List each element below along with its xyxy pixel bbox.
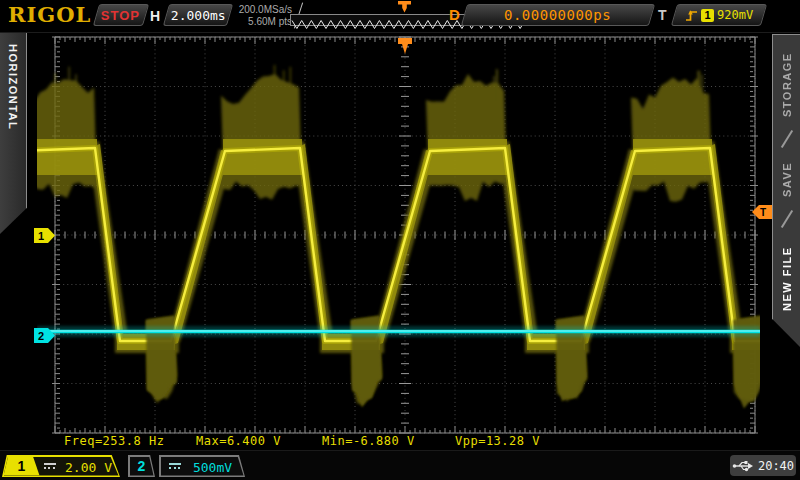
channel2-coupling-icon	[169, 463, 181, 469]
trigger-position-marker[interactable]	[398, 38, 412, 54]
channel-status-bar: 1 2.00 V 2 500mV 20:40	[0, 450, 800, 480]
top-status-bar: RIGOL STOP H 2.000ms 200.0MSa/s 5.60M pt…	[0, 0, 800, 33]
channel1-scale: 2.00 V	[60, 459, 118, 476]
measure-min: Min=-6.880 V	[322, 434, 415, 448]
usb-icon	[732, 460, 755, 472]
trigger-level-value: 920mV	[717, 8, 753, 22]
trigger-label: T	[658, 7, 667, 23]
horizontal-label: H	[150, 8, 160, 24]
delay-chip[interactable]: 0.00000000ps	[461, 4, 655, 26]
channel2-badge-label: 2	[130, 457, 154, 476]
menu-divider	[780, 130, 792, 148]
brand-logo: RIGOL	[8, 2, 91, 27]
tab-horizontal-label: HORIZONTAL	[7, 44, 19, 130]
timebase-chip[interactable]: 2.000ms	[163, 4, 233, 26]
measure-max: Max=6.400 V	[196, 434, 281, 448]
sample-rate: 200.0MSa/s	[226, 4, 292, 16]
acquisition-info: 200.0MSa/s 5.60M pts	[226, 4, 292, 28]
oscilloscope-screen: 12T RIGOL STOP H 2.000ms 200.0MSa/s 5.60…	[0, 0, 800, 480]
svg-text:2: 2	[38, 330, 44, 342]
channel1-badge: 1	[4, 457, 40, 476]
menu-item-new-file[interactable]: NEW FILE	[781, 227, 793, 331]
delay-label: D	[449, 6, 460, 23]
ch2-trace	[37, 326, 760, 337]
ch1-zero-marker[interactable]: 1	[34, 228, 55, 243]
delay-value: 0.00000000ps	[504, 7, 611, 23]
channel1-status-chip[interactable]: 1 2.00 V	[2, 455, 120, 477]
measurement-row: Freq=253.8 Hz Max=6.400 V Min=-6.880 V V…	[0, 433, 800, 449]
channel1-coupling-icon	[44, 463, 56, 469]
measure-freq: Freq=253.8 Hz	[64, 434, 164, 448]
run-state-indicator[interactable]: STOP	[93, 4, 149, 26]
timebase-value: 2.000ms	[171, 8, 226, 23]
run-state-label: STOP	[101, 8, 140, 23]
svg-text:1: 1	[38, 230, 44, 242]
tab-horizontal[interactable]: HORIZONTAL	[0, 32, 27, 234]
channel1-chip-body: 1 2.00 V	[4, 457, 119, 476]
waveform-display: 12T	[0, 0, 800, 480]
trigger-source-badge: 1	[701, 9, 714, 22]
clock: 20:40	[758, 459, 794, 473]
memory-depth: 5.60M pts	[226, 16, 292, 28]
status-chip: 20:40	[730, 455, 796, 476]
menu-item-save[interactable]: SAVE	[781, 147, 793, 211]
channel2-badge[interactable]: 2	[128, 455, 155, 477]
menu-divider	[780, 210, 792, 228]
trigger-position-topbar-icon[interactable]	[396, 0, 414, 14]
channel2-chip-body: 500mV	[161, 457, 244, 476]
rising-edge-icon	[685, 8, 698, 22]
measure-vpp: Vpp=13.28 V	[455, 434, 540, 448]
menu-item-storage[interactable]: STORAGE	[781, 39, 793, 131]
svg-text:T: T	[760, 207, 766, 218]
trigger-chip[interactable]: 1 920mV	[671, 4, 767, 26]
channel2-status-chip[interactable]: 500mV	[159, 455, 245, 477]
trigger-chip-content: 1 920mV	[685, 8, 753, 22]
soft-menu: STORAGE SAVE NEW FILE	[772, 34, 800, 347]
channel2-scale: 500mV	[185, 459, 241, 476]
